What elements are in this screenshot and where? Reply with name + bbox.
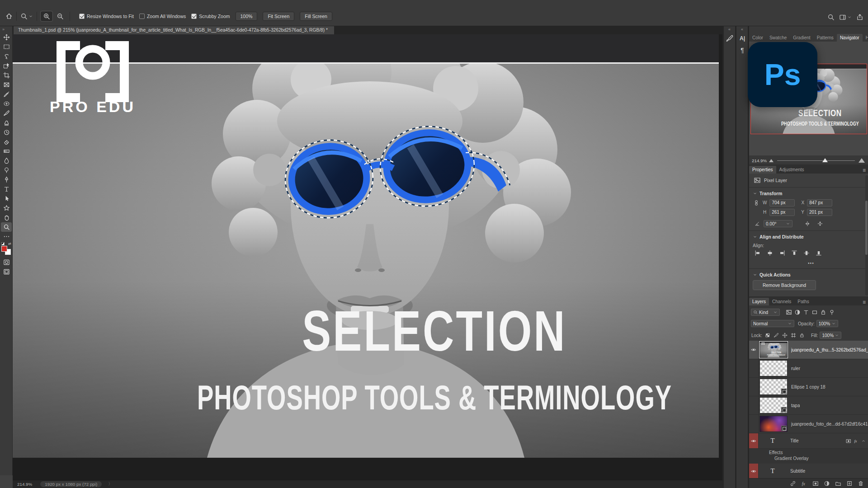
checkbox[interactable] <box>191 14 197 19</box>
zoom-in-toggle[interactable] <box>41 11 52 21</box>
blend-mode-select[interactable]: Normal <box>751 320 794 327</box>
tool-move[interactable] <box>0 33 13 42</box>
layer-thumbnail[interactable] <box>760 397 788 413</box>
tool-object-selection[interactable] <box>0 61 13 70</box>
tool-quick-mask[interactable] <box>0 258 13 267</box>
align-horizontal-centers-button[interactable] <box>767 250 774 257</box>
tool-type[interactable] <box>0 184 13 194</box>
tab-gradient[interactable]: Gradient <box>790 34 813 42</box>
layer-row-ruler[interactable]: ruler <box>749 359 868 378</box>
status-chevron-icon[interactable]: 〉 <box>108 481 113 487</box>
color-swatches[interactable]: ⇄ <box>0 242 13 258</box>
foreground-color-swatch[interactable] <box>1 246 7 252</box>
layer-visibility-empty[interactable] <box>749 378 759 396</box>
align-top-edges-button[interactable] <box>791 250 798 257</box>
filter-kind-select[interactable]: Kind <box>751 309 780 316</box>
swap-colors-icon[interactable]: ⇄ <box>8 242 11 246</box>
layer-fx-group[interactable]: fx <box>846 438 866 444</box>
tool-edit-toolbar[interactable] <box>0 232 13 241</box>
tool-lasso[interactable] <box>0 52 13 61</box>
navigator-zoom-slider[interactable] <box>777 158 855 163</box>
layer-row-subtitle[interactable]: TSubtitle <box>749 464 868 479</box>
zoom-out-mountain-icon[interactable] <box>769 159 774 162</box>
tool-crop[interactable] <box>0 70 13 80</box>
add-layer-mask-button[interactable] <box>812 480 819 487</box>
flip-vertical-button[interactable] <box>817 221 823 227</box>
align-right-edges-button[interactable] <box>779 250 786 257</box>
dock-expand-icon[interactable]: « <box>736 26 748 33</box>
tab-navigator[interactable]: Navigator <box>837 34 863 42</box>
opacity-field[interactable]: 100% <box>816 320 838 327</box>
tool-path-selection[interactable] <box>0 194 13 203</box>
option-zoom-all-windows[interactable]: Zoom All Windows <box>139 14 186 19</box>
lock-all-button[interactable] <box>799 333 805 338</box>
tool-pen[interactable] <box>0 175 13 184</box>
lock-artboard-button[interactable] <box>791 333 796 338</box>
layer-visibility-eye[interactable] <box>749 341 759 359</box>
zoom-slider-thumb[interactable] <box>822 158 828 162</box>
workspace-switcher[interactable] <box>839 14 852 21</box>
layer-visibility-empty[interactable] <box>749 415 759 433</box>
smart-object-filter-button[interactable] <box>820 309 826 315</box>
zoom-out-toggle[interactable] <box>54 11 66 21</box>
remove-background-button[interactable]: Remove Background <box>753 280 816 290</box>
lock-transparency-button[interactable] <box>765 333 770 338</box>
properties-scrollbar[interactable] <box>865 175 868 296</box>
document-canvas[interactable] <box>13 34 719 458</box>
tool-hand[interactable] <box>0 213 13 222</box>
effect-item[interactable]: Gradient Overlay <box>749 455 868 461</box>
tool-rectangular-marquee[interactable] <box>0 42 13 52</box>
layer-row-title[interactable]: TTitlefx <box>749 433 868 449</box>
status-doc-info[interactable]: 1920 px x 1080 px (72 ppi) <box>40 481 102 487</box>
tool-blur[interactable] <box>0 156 13 165</box>
layer-row-juanproedu-a-thu-5-3262bd2576a[interactable]: juanproedu_A_thu...5-3262bd2576ad_3 <box>749 341 868 359</box>
image-layer-filter-button[interactable] <box>786 309 792 315</box>
brush-settings-panel-icon[interactable] <box>724 33 736 44</box>
filter-pin-button[interactable] <box>829 309 835 315</box>
effects-label[interactable]: Effects <box>749 449 868 455</box>
tool-frame[interactable] <box>0 80 13 89</box>
tool-history-brush[interactable] <box>0 127 13 137</box>
tool-gradient[interactable] <box>0 146 13 156</box>
tab-color[interactable]: Color <box>749 34 766 42</box>
flip-horizontal-button[interactable] <box>804 221 811 227</box>
option-resize-windows-to-fit[interactable]: Resize Windows to Fit <box>79 14 134 19</box>
y-field[interactable]: 201 px <box>807 209 832 216</box>
document-tab[interactable]: Thumbnails_1.psd @ 215% (juanproedu_A_th… <box>14 26 334 34</box>
x-field[interactable]: 847 px <box>807 199 832 206</box>
quick-actions-header[interactable]: Quick Actions <box>749 271 868 278</box>
delete-layer-button[interactable] <box>858 480 864 487</box>
tab-channels[interactable]: Channels <box>769 298 794 305</box>
tool-eraser[interactable] <box>0 137 13 146</box>
layer-thumbnail[interactable] <box>760 379 788 395</box>
tab-layers[interactable]: Layers <box>749 298 769 305</box>
layer-name[interactable]: juanproedu_A_thu...5-3262bd2576ad_3 <box>791 347 868 352</box>
character-panel-icon[interactable]: A| <box>736 33 748 44</box>
layer-visibility-eye[interactable] <box>749 433 759 448</box>
panel-menu-icon[interactable]: ≡ <box>863 299 866 305</box>
new-adjustment-layer-button[interactable] <box>824 480 830 487</box>
tab-paths[interactable]: Paths <box>794 298 812 305</box>
layer-name[interactable]: Ellipse 1 copy 18 <box>791 385 826 389</box>
layer-thumbnail[interactable] <box>760 342 788 358</box>
layer-thumbnail[interactable] <box>760 360 788 376</box>
toolbar-expander[interactable]: » <box>0 26 12 33</box>
tool-zoom[interactable] <box>1 222 12 232</box>
layer-row-juanproedu-foto-de-dd-67d2df16[interactable]: juanproedu_foto_de...dd-67d2df16c418_1 <box>749 415 868 433</box>
align-section-header[interactable]: Align and Distribute <box>749 233 868 240</box>
lock-pixels-button[interactable] <box>774 333 779 338</box>
align-more-button[interactable]: ••• <box>808 261 814 266</box>
status-zoom-level[interactable]: 214.9% <box>17 482 32 487</box>
tool-custom-shape[interactable] <box>0 203 13 213</box>
align-vertical-centers-button[interactable] <box>803 250 811 257</box>
home-button[interactable] <box>5 13 13 20</box>
zoom-in-mountain-icon[interactable] <box>859 158 865 163</box>
layer-name[interactable]: Subtitle <box>790 469 805 474</box>
fill-screen-button[interactable]: Fill Screen <box>300 12 332 21</box>
dock-expand-icon[interactable]: « <box>724 26 735 33</box>
tool-clone-stamp[interactable] <box>0 118 13 127</box>
zoom-tool-button[interactable] <box>20 13 33 20</box>
navigator-zoom-value[interactable]: 214.9% <box>749 158 769 163</box>
default-colors-icon[interactable] <box>1 242 5 245</box>
align-left-edges-button[interactable] <box>755 250 762 257</box>
